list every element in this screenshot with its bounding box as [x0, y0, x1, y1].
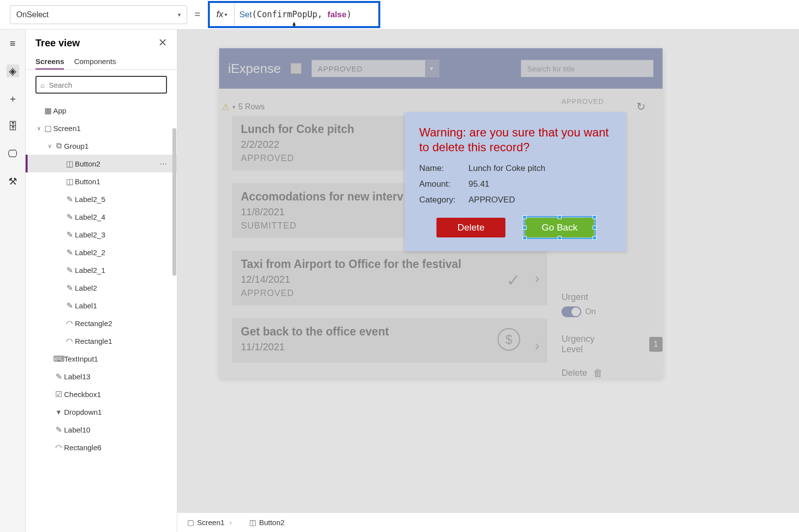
fx-icon[interactable]: fx▾ [210, 3, 234, 26]
node-icon: ◫ [64, 159, 75, 168]
app-canvas: iExpense APPROVED ▾ Search for title ⚠ ▾… [219, 48, 663, 378]
tree-item[interactable]: ✎Label2 [26, 279, 177, 297]
tree-item[interactable]: ✎Label10 [26, 421, 177, 438]
breadcrumb-screen[interactable]: ▢ Screen1 › [183, 516, 235, 529]
tree-item[interactable]: ☑Checkbox1 [26, 385, 177, 403]
breadcrumb-control[interactable]: ◫ Button2 [245, 516, 289, 529]
chevron-right-icon: › [535, 270, 539, 286]
node-icon: ✎ [64, 283, 75, 293]
node-icon: ⧉ [53, 141, 64, 150]
tree-item-label: Label1 [75, 301, 97, 310]
node-icon: ✎ [53, 425, 64, 434]
control-label: Button2 [259, 518, 285, 527]
tree-item[interactable]: ◫Button1 [26, 172, 177, 190]
tree-item[interactable]: ▦App [26, 101, 177, 119]
rows-count: 5 Rows [238, 102, 265, 111]
selection-handles[interactable] [524, 216, 596, 239]
equals-sign: = [195, 9, 200, 20]
tree-item-label: Label2_2 [75, 248, 105, 257]
node-icon: ◠ [64, 336, 75, 346]
tree-item[interactable]: ◠Rectangle2 [26, 314, 177, 332]
toggle-track [562, 306, 581, 317]
tree-item-label: Screen1 [53, 124, 81, 133]
category-value: APPROVED [468, 195, 611, 205]
tree-search-input[interactable]: ⌕ Search [35, 76, 167, 94]
popup-warning: Warning: are you sure that you want to d… [419, 125, 611, 155]
screen-label: Screen1 [197, 518, 225, 527]
app-header: iExpense APPROVED ▾ Search for title [219, 48, 663, 89]
name-value: Lunch for Coke pitch [468, 164, 611, 173]
chevron-right-icon: › [230, 519, 232, 526]
urgent-toggle[interactable]: On [562, 306, 663, 317]
node-icon: ✎ [64, 212, 75, 222]
property-selector[interactable]: OnSelect ▾ [10, 5, 187, 24]
delete-row[interactable]: Delete 🗑 [562, 367, 663, 379]
scrollbar[interactable] [172, 128, 176, 276]
tree-item[interactable]: ◠Rectangle6 [26, 438, 177, 456]
tree-item-label: Button1 [75, 177, 100, 186]
tree-body[interactable]: ▦App∨▢Screen1∨⧉Group1◫Button2⋯◫Button1✎L… [26, 100, 177, 532]
data-icon[interactable]: 🗄 [6, 120, 19, 133]
tree-item[interactable]: ∨⧉Group1 [26, 137, 177, 155]
dollar-icon: $ [498, 328, 520, 351]
go-back-button[interactable]: Go Back [525, 218, 594, 237]
formula-input[interactable]: Set(ConfirmPopUp, false) [234, 9, 378, 20]
filter-dropdown[interactable]: APPROVED ▾ [311, 60, 439, 77]
expense-card[interactable]: Taxi from Airport to Office for the fest… [232, 251, 547, 305]
resize-handle-icon[interactable]: ▴▾ [293, 21, 296, 27]
tree-item-label: Group1 [64, 142, 89, 150]
tree-item-label: Rectangle1 [75, 337, 112, 345]
search-icon: ⌕ [40, 81, 45, 89]
tree-item[interactable]: ▾Dropdown1 [26, 403, 177, 421]
tab-components[interactable]: Components [74, 54, 116, 69]
status-badge: APPROVED [562, 98, 663, 105]
node-icon: ☑ [53, 390, 64, 399]
left-rail: ≡ ◈ ＋ 🗄 🖵 ⚒ [0, 30, 26, 532]
node-icon: ⌨ [53, 354, 64, 364]
chevron-down-icon: ▾ [225, 12, 227, 17]
hamburger-icon[interactable]: ≡ [6, 37, 19, 50]
tree-item[interactable]: ⌨TextInput1 [26, 350, 177, 367]
bottom-tab-bar: ▢ Screen1 › ◫ Button2 [177, 512, 799, 532]
expense-card[interactable]: Get back to the office event11/1/2021$› [232, 318, 547, 363]
tree-item-label: Label2_5 [75, 195, 105, 203]
tree-item-label: Label13 [64, 372, 90, 381]
tree-header: Tree view ✕ [26, 30, 177, 54]
tree-item[interactable]: ✎Label2_3 [26, 226, 177, 243]
card-status: APPROVED [241, 288, 538, 299]
search-input[interactable]: Search for title [521, 60, 654, 77]
tree-view-icon[interactable]: ◈ [6, 65, 19, 77]
warning-icon[interactable]: ⚠ [222, 101, 230, 112]
tree-item[interactable]: ✎Label2_5 [26, 190, 177, 208]
card-title: Taxi from Airport to Office for the fest… [241, 258, 538, 271]
delete-button[interactable]: Delete [436, 218, 505, 237]
close-icon[interactable]: ✕ [158, 36, 167, 49]
tab-screens[interactable]: Screens [35, 54, 64, 69]
tree-item[interactable]: ✎Label13 [26, 367, 177, 385]
search-placeholder: Search for title [527, 65, 575, 73]
formula-editor[interactable]: fx▾ Set(ConfirmPopUp, false) ▴▾ [208, 1, 380, 28]
tree-item[interactable]: ◠Rectangle1 [26, 332, 177, 350]
tree-item[interactable]: ✎Label2_4 [26, 208, 177, 226]
canvas-area: iExpense APPROVED ▾ Search for title ⚠ ▾… [177, 30, 799, 532]
tree-item[interactable]: ◫Button2⋯ [26, 155, 177, 172]
more-icon[interactable]: ⋯ [160, 159, 168, 168]
tools-icon[interactable]: ⚒ [6, 175, 19, 188]
chevron-icon: ∨ [35, 125, 42, 132]
tree-item-label: Label10 [64, 426, 90, 434]
add-icon[interactable]: ＋ [6, 92, 19, 105]
header-checkbox[interactable] [291, 63, 301, 74]
tree-item[interactable]: ∨▢Screen1 [26, 119, 177, 137]
node-icon: ◠ [64, 319, 75, 328]
tree-item[interactable]: ✎Label1 [26, 297, 177, 314]
name-label: Name: [419, 164, 468, 173]
node-icon: ✎ [64, 230, 75, 239]
tree-item[interactable]: ✎Label2_2 [26, 243, 177, 261]
tree-item-label: Label2_4 [75, 213, 105, 221]
media-icon[interactable]: 🖵 [6, 147, 19, 160]
node-icon: ✎ [64, 248, 75, 257]
tree-item[interactable]: ✎Label2_1 [26, 261, 177, 279]
tree-item-label: Label2_3 [75, 231, 105, 239]
screen-icon: ▢ [187, 518, 194, 527]
tree-item-label: Rectangle2 [75, 319, 112, 328]
